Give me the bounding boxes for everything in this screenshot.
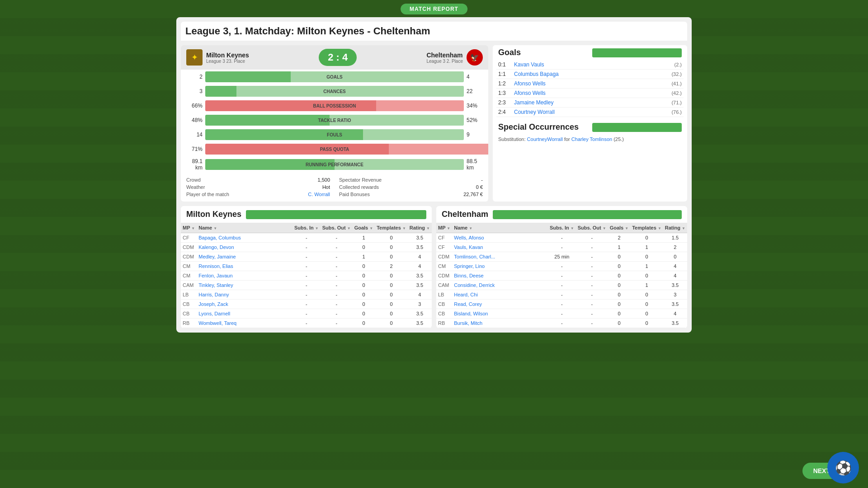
player-name[interactable]: Tinkley, Stanley <box>197 281 292 290</box>
player-goals: 0 <box>353 281 375 290</box>
extra-value: C. Worrall <box>308 192 330 197</box>
player-name[interactable]: Rennison, Elias <box>197 262 292 271</box>
player-name[interactable]: Bapaga, Columbus <box>197 233 292 243</box>
player-position: CB <box>436 300 452 309</box>
extra-value: 22,767 € <box>463 192 483 197</box>
home-team-name: Milton Keynes <box>206 52 249 59</box>
player-name[interactable]: Fenlon, Javaun <box>197 271 292 281</box>
stat-bar-container: BALL POSSESSION <box>205 100 464 111</box>
player-rating: 3.5 <box>408 281 432 290</box>
player-position: CAM <box>436 281 452 290</box>
player-name[interactable]: Heard, Chi <box>452 290 548 300</box>
extra-label: Paid Bonuses <box>339 192 370 197</box>
player-subs-in: - <box>292 281 321 290</box>
stat-home-value: 66% <box>184 103 203 109</box>
player-name[interactable]: Binns, Deese <box>452 271 548 281</box>
extra-label: Spectator Revenue <box>339 177 382 183</box>
player-templates: 0 <box>630 252 663 262</box>
player-goals: 0 <box>353 290 375 300</box>
extra-label: Weather <box>186 184 205 190</box>
player-name[interactable]: Read, Corey <box>452 300 548 309</box>
special-list: Substitution: CourtneyWorrall for Charle… <box>493 135 687 144</box>
right-panel: Goals 0:1Kavan Vauls(2.)1:1Columbus Bapa… <box>493 45 687 202</box>
goal-row: 2:4Courtney Worrall(76.) <box>496 108 684 117</box>
player-name[interactable]: Tomlinson, Charl... <box>452 252 548 262</box>
player-name[interactable]: Lyons, Darnell <box>197 309 292 319</box>
extra-value: Hot <box>322 184 330 190</box>
player-name[interactable]: Wombwell, Tareq <box>197 319 292 328</box>
player-templates: 0 <box>630 300 663 309</box>
player-goals: 0 <box>608 319 631 328</box>
player-subs-out: - <box>321 233 353 243</box>
player-position: RB <box>181 319 197 328</box>
stat-bar-home <box>205 71 291 82</box>
player-subs-in: - <box>548 309 576 319</box>
player-name[interactable]: Wells, Afonso <box>452 233 548 243</box>
player-templates: 0 <box>630 290 663 300</box>
player-position: CF <box>436 243 452 252</box>
player-goals: 1 <box>353 252 375 262</box>
player-subs-in: - <box>292 271 321 281</box>
stat-bar-away <box>291 71 464 82</box>
player-goals: 0 <box>608 252 631 262</box>
goal-minute: (2.) <box>675 62 682 67</box>
player-subs-in: - <box>292 233 321 243</box>
player-templates: 0 <box>375 271 408 281</box>
player-name[interactable]: Bisland, Wilson <box>452 309 548 319</box>
bottom-section: Milton Keynes MP ▼ Name ▼ Subs. In ▼ Sub… <box>181 206 687 328</box>
away-col-rating: Rating ▼ <box>663 223 687 233</box>
mascot: ⚽ <box>827 452 859 483</box>
goal-row: 2:3Jamaine Medley(71.) <box>496 98 684 108</box>
player-position: CB <box>181 309 197 319</box>
player-subs-out: - <box>321 262 353 271</box>
player-name[interactable]: Bursik, Mitch <box>452 319 548 328</box>
extra-row: Spectator Revenue- <box>339 176 483 183</box>
player-templates: 0 <box>375 309 408 319</box>
player-subs-in: - <box>548 319 576 328</box>
stat-bar-label: PASS QUOTA <box>320 147 349 152</box>
home-col-templates: Templates ▼ <box>375 223 408 233</box>
special-link[interactable]: Charley Tomlinson <box>571 136 612 142</box>
extra-row: Crowd1,500 <box>186 176 330 183</box>
player-name[interactable]: Joseph, Zack <box>197 300 292 309</box>
special-occurrences-header: Special Occurrences <box>493 120 687 135</box>
away-team-name: Cheltenham <box>426 52 463 59</box>
player-subs-in: - <box>292 319 321 328</box>
player-rating: 4 <box>408 290 432 300</box>
special-link[interactable]: CourtneyWorrall <box>527 136 563 142</box>
stat-away-value: 34% <box>467 103 485 109</box>
special-minute: (25.) <box>613 136 624 142</box>
stat-away-value: 4 <box>467 74 485 80</box>
player-name[interactable]: Considine, Derrick <box>452 281 548 290</box>
player-subs-out: - <box>321 252 353 262</box>
teams-header: ✦ Milton Keynes League 3 23. Place 2 : 4… <box>181 45 488 70</box>
player-name[interactable]: Harris, Danny <box>197 290 292 300</box>
away-team-badge: 🦅 <box>467 49 483 66</box>
goal-row: 0:1Kavan Vauls(2.) <box>496 60 684 70</box>
player-goals: 0 <box>608 290 631 300</box>
player-name[interactable]: Kalengo, Devon <box>197 243 292 252</box>
stat-home-value: 71% <box>184 146 203 152</box>
player-templates: 0 <box>375 319 408 328</box>
player-templates: 2 <box>375 262 408 271</box>
away-col-subs-in: Subs. In ▼ <box>548 223 576 233</box>
player-rating: 0 <box>663 252 687 262</box>
extra-value: 0 € <box>476 184 483 190</box>
stat-bar-away <box>389 144 488 155</box>
player-templates: 0 <box>375 281 408 290</box>
player-name[interactable]: Medley, Jamaine <box>197 252 292 262</box>
player-name[interactable]: Vauls, Kavan <box>452 243 548 252</box>
stat-away-value: 52% <box>467 117 485 123</box>
player-subs-in: - <box>548 262 576 271</box>
extra-row: Paid Bonuses22,767 € <box>339 191 483 198</box>
stat-bar-away <box>376 100 464 111</box>
goal-minute: (76.) <box>671 109 682 115</box>
special-occurrences-title: Special Occurrences <box>498 122 588 132</box>
home-col-mp: MP ▼ <box>181 223 197 233</box>
table-row: RB Wombwell, Tareq - - 0 0 3.5 <box>181 319 432 328</box>
player-name[interactable]: Springer, Lino <box>452 262 548 271</box>
goal-scorer: Afonso Wells <box>514 80 671 87</box>
player-subs-out: - <box>321 300 353 309</box>
match-report-button[interactable]: MATCH REPORT <box>401 4 467 14</box>
goal-score: 2:4 <box>498 109 514 115</box>
